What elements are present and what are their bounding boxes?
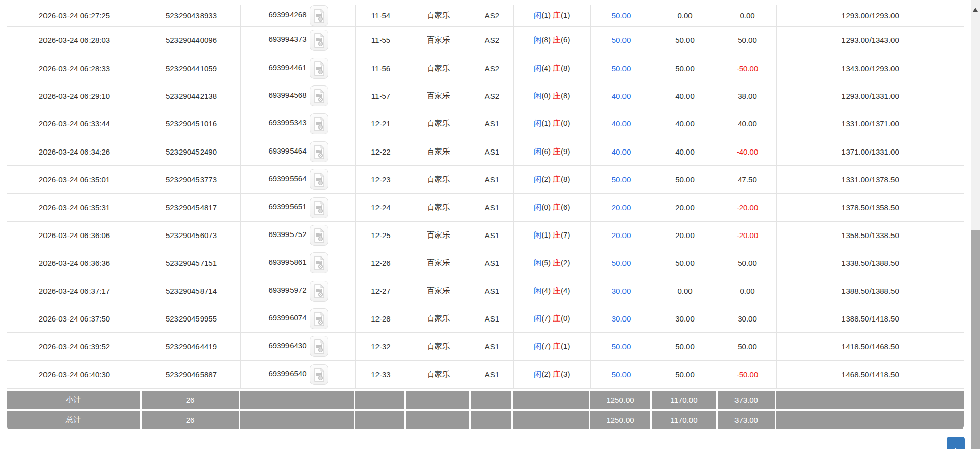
game-number: 693995972 [268, 286, 306, 294]
balance-before-after: 1338.50/1388.50 [777, 249, 964, 277]
bet-amount[interactable]: 50.00 [591, 360, 652, 388]
bet-amount[interactable]: 50.00 [591, 27, 652, 54]
subtotal-bet-amount: 1250.00 [590, 391, 652, 409]
video-replay-button[interactable] [310, 85, 328, 106]
bet-amount[interactable]: 30.00 [591, 277, 652, 305]
player-score: (0) [542, 91, 551, 100]
valid-amount: 50.00 [652, 54, 718, 82]
bet-serial: 523290453773 [142, 165, 241, 193]
shoe-round: 12-32 [356, 333, 406, 360]
banker-label: 庄 [553, 230, 561, 239]
scrollbar-thumb[interactable] [971, 230, 980, 449]
video-replay-button[interactable] [310, 364, 328, 385]
total-empty-cell [513, 411, 590, 429]
banker-label: 庄 [553, 258, 561, 267]
win-loss: 50.00 [718, 249, 777, 277]
banker-score: (0) [561, 119, 570, 127]
banker-label: 庄 [553, 91, 561, 100]
bet-amount[interactable]: 50.00 [591, 333, 652, 360]
bet-amount[interactable]: 40.00 [591, 82, 652, 110]
video-replay-button[interactable] [310, 281, 328, 302]
bet-amount[interactable]: 20.00 [591, 194, 652, 221]
video-replay-button[interactable] [310, 308, 328, 329]
bet-amount[interactable]: 50.00 [591, 249, 652, 277]
video-replay-button[interactable] [310, 336, 328, 357]
banker-score: (3) [561, 370, 570, 378]
player-score: (5) [542, 258, 551, 267]
record-row: 2026-03-24 06:29:10523290442138693994568… [7, 82, 964, 110]
game-type: 百家乐 [406, 194, 471, 221]
bet-amount[interactable]: 50.00 [591, 165, 652, 193]
player-label: 闲 [534, 11, 542, 19]
bet-serial: 523290457151 [142, 249, 241, 277]
vertical-scrollbar[interactable] [971, 0, 980, 449]
player-label: 闲 [534, 91, 542, 100]
bet-serial: 523290456073 [142, 221, 241, 249]
game-number-cell: 693995564 [241, 165, 356, 193]
subtotal-label: 小计 [7, 391, 142, 409]
betting-records-panel: 2026-03-24 06:27:25523290438933693994268… [7, 5, 964, 429]
video-replay-button[interactable] [310, 225, 328, 246]
banker-score: (8) [561, 91, 570, 100]
video-replay-button[interactable] [310, 5, 328, 26]
bet-amount[interactable]: 50.00 [591, 54, 652, 82]
video-replay-button[interactable] [310, 113, 328, 134]
banker-score: (1) [561, 11, 570, 19]
betting-records-table: 2026-03-24 06:27:25523290438933693994268… [7, 5, 964, 389]
win-loss: -50.00 [718, 54, 777, 82]
bet-time: 2026-03-24 06:33:44 [7, 110, 142, 138]
bet-time: 2026-03-24 06:40:30 [7, 360, 142, 388]
video-replay-button[interactable] [310, 197, 328, 218]
bet-amount[interactable]: 50.00 [591, 5, 652, 27]
game-number-cell: 693995752 [241, 221, 356, 249]
pagination-page-1-button[interactable]: 1 [947, 437, 965, 449]
scroll-up-arrow-icon[interactable] [973, 8, 978, 12]
win-loss: -20.00 [718, 194, 777, 221]
game-number-cell: 693994568 [241, 82, 356, 110]
win-loss: 50.00 [718, 333, 777, 360]
subtotal-row: 小计 26 1250.00 1170.00 373.00 [7, 391, 964, 409]
bet-serial: 523290441059 [142, 54, 241, 82]
video-replay-button[interactable] [310, 58, 328, 79]
game-number-cell: 693994461 [241, 54, 356, 82]
shoe-round: 12-27 [356, 277, 406, 305]
player-label: 闲 [534, 35, 542, 44]
balance-before-after: 1293.00/1343.00 [777, 27, 964, 54]
records-table-body: 2026-03-24 06:27:25523290438933693994268… [7, 5, 964, 389]
game-number-cell: 693995861 [241, 249, 356, 277]
bet-amount[interactable]: 30.00 [591, 305, 652, 332]
valid-amount: 50.00 [652, 27, 718, 54]
video-replay-button[interactable] [310, 169, 328, 190]
game-number: 693994268 [268, 10, 306, 19]
game-result: 闲(1) 庄(0) [514, 110, 591, 138]
game-result: 闲(1) 庄(7) [514, 221, 591, 249]
video-file-icon [313, 284, 325, 298]
banker-label: 庄 [553, 203, 561, 211]
bet-amount[interactable]: 40.00 [591, 138, 652, 165]
video-replay-button[interactable] [310, 30, 328, 51]
video-file-icon [313, 145, 325, 159]
valid-amount: 0.00 [652, 277, 718, 305]
game-number-cell: 693996430 [241, 333, 356, 360]
win-loss: 50.00 [718, 27, 777, 54]
video-replay-button[interactable] [310, 141, 328, 162]
game-result: 闲(2) 庄(3) [514, 360, 591, 388]
game-type: 百家乐 [406, 54, 471, 82]
shoe-round: 12-25 [356, 221, 406, 249]
record-row: 2026-03-24 06:34:26523290452490693995464… [7, 138, 964, 165]
player-score: (4) [542, 63, 551, 72]
video-replay-button[interactable] [310, 252, 328, 273]
shoe-round: 12-22 [356, 138, 406, 165]
video-file-icon [313, 33, 325, 48]
record-row: 2026-03-24 06:28:33523290441059693994461… [7, 54, 964, 82]
game-number: 693994461 [268, 63, 306, 72]
table-name: AS2 [471, 5, 514, 27]
bet-time: 2026-03-24 06:35:31 [7, 194, 142, 221]
shoe-round: 12-24 [356, 194, 406, 221]
banker-label: 庄 [553, 370, 561, 378]
bet-amount[interactable]: 20.00 [591, 221, 652, 249]
valid-amount: 0.00 [652, 5, 718, 27]
video-file-icon [313, 173, 325, 187]
record-row: 2026-03-24 06:37:17523290458714693995972… [7, 277, 964, 305]
bet-amount[interactable]: 40.00 [591, 110, 652, 138]
